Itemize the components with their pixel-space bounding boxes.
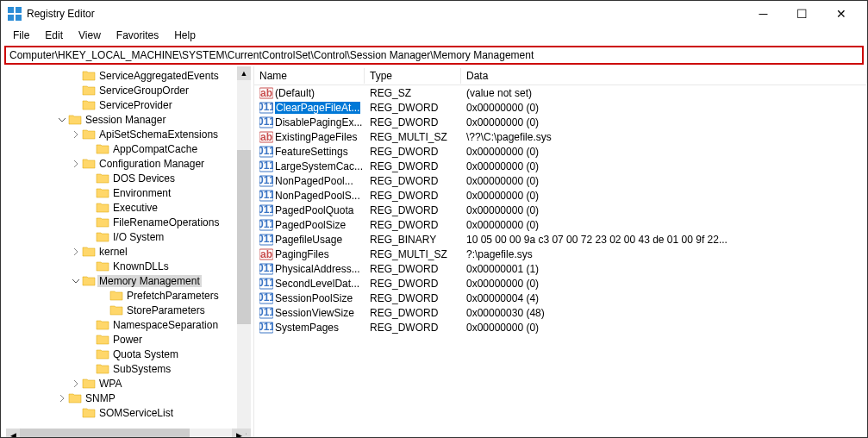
expander-icon[interactable]: [56, 392, 68, 404]
svg-text:011: 011: [259, 175, 273, 186]
folder-icon: [96, 172, 109, 185]
svg-text:011: 011: [259, 204, 273, 216]
tree-item-label: Session Manager: [84, 114, 167, 126]
tree-item[interactable]: Configuration Manager: [1, 156, 237, 171]
expander-icon[interactable]: [70, 275, 82, 287]
tree-item-label: StoreParameters: [125, 304, 207, 316]
tree-item[interactable]: SOMServiceList: [1, 405, 237, 420]
expander-icon[interactable]: [70, 378, 82, 390]
tree-item[interactable]: WPA: [1, 376, 237, 391]
registry-value-row[interactable]: 011SystemPagesREG_DWORD0x00000000 (0): [254, 320, 867, 335]
tree-item[interactable]: FileRenameOperations: [1, 215, 237, 229]
tree-item-label: ServiceAggregatedEvents: [97, 70, 221, 82]
folder-icon: [82, 157, 96, 171]
scroll-thumb[interactable]: [237, 150, 251, 324]
tree-item[interactable]: Power: [1, 332, 237, 347]
value-name-cell: 011PagedPoolSize: [254, 219, 365, 231]
value-name-cell: 011SecondLevelDat...: [254, 278, 365, 290]
binary-value-icon: 011: [259, 204, 273, 216]
folder-icon: [96, 142, 109, 156]
tree-item[interactable]: Executive: [1, 200, 237, 215]
scroll-track[interactable]: [237, 80, 251, 429]
tree[interactable]: ServiceAggregatedEventsServiceGroupOrder…: [1, 66, 237, 438]
tree-item[interactable]: ServiceGroupOrder: [1, 83, 237, 97]
maximize-button[interactable]: ☐: [783, 1, 821, 27]
tree-item[interactable]: ApiSetSchemaExtensions: [1, 127, 237, 141]
registry-value-row[interactable]: 011NonPagedPoolS...REG_DWORD0x00000000 (…: [254, 188, 867, 203]
column-data[interactable]: Data: [461, 68, 867, 84]
folder-icon: [96, 318, 109, 332]
registry-value-row[interactable]: 011NonPagedPool...REG_DWORD0x00000000 (0…: [254, 173, 867, 188]
tree-item[interactable]: AppCompatCache: [1, 141, 237, 156]
address-bar[interactable]: Computer\HKEY_LOCAL_MACHINE\SYSTEM\Curre…: [4, 46, 864, 65]
tree-item[interactable]: Environment: [1, 185, 237, 200]
minimize-button[interactable]: ─: [744, 1, 783, 27]
tree-item[interactable]: ServiceAggregatedEvents: [1, 68, 237, 83]
registry-value-row[interactable]: 011SessionPoolSizeREG_DWORD0x00000004 (4…: [254, 291, 867, 305]
tree-item[interactable]: kernel: [1, 244, 237, 259]
tree-vertical-scrollbar[interactable]: ▲ ▼: [237, 66, 251, 438]
menubar: File Edit View Favorites Help: [1, 27, 867, 44]
scroll-thumb[interactable]: [20, 429, 190, 438]
value-name: (Default): [275, 87, 315, 99]
tree-item[interactable]: ServiceProvider: [1, 97, 237, 112]
tree-item[interactable]: Memory Management: [1, 273, 237, 288]
expander-icon[interactable]: [70, 246, 82, 258]
tree-item[interactable]: DOS Devices: [1, 171, 237, 185]
value-name-cell: 011SessionViewSize: [254, 307, 365, 319]
expander-icon[interactable]: [70, 128, 82, 141]
registry-value-row[interactable]: 011PhysicalAddress...REG_DWORD0x00000001…: [254, 261, 867, 276]
menu-view[interactable]: View: [72, 28, 108, 43]
menu-edit[interactable]: Edit: [38, 28, 70, 43]
registry-value-row[interactable]: ab(Default)REG_SZ(value not set): [254, 85, 867, 100]
tree-item[interactable]: SNMP: [1, 391, 237, 405]
menu-file[interactable]: File: [6, 28, 36, 43]
svg-text:ab: ab: [260, 248, 272, 260]
tree-item-label: Quota System: [111, 348, 180, 360]
expander-icon[interactable]: [56, 114, 68, 126]
value-name-cell: abPagingFiles: [254, 248, 365, 260]
scroll-right-icon[interactable]: ▶: [232, 429, 246, 438]
close-button[interactable]: ✕: [821, 1, 860, 27]
tree-item[interactable]: KnownDLLs: [1, 259, 237, 273]
registry-value-row[interactable]: abExistingPageFilesREG_MULTI_SZ\??\C:\pa…: [254, 129, 867, 144]
registry-value-row[interactable]: 011DisablePagingEx...REG_DWORD0x00000000…: [254, 115, 867, 129]
column-name[interactable]: Name: [254, 68, 365, 84]
expander-spacer: [70, 99, 82, 111]
scroll-up-icon[interactable]: ▲: [237, 66, 251, 80]
tree-item[interactable]: SubSystems: [1, 361, 237, 376]
registry-value-row[interactable]: 011PagedPoolSizeREG_DWORD0x00000000 (0): [254, 217, 867, 232]
menu-help[interactable]: Help: [167, 28, 203, 43]
registry-value-row[interactable]: 011LargeSystemCac...REG_DWORD0x00000000 …: [254, 159, 867, 173]
registry-value-row[interactable]: 011ClearPageFileAt...REG_DWORD0x00000000…: [254, 100, 867, 115]
folder-icon: [96, 216, 109, 229]
tree-item[interactable]: NamespaceSeparation: [1, 317, 237, 332]
registry-value-row[interactable]: abPagingFilesREG_MULTI_SZ?:\pagefile.sys: [254, 247, 867, 261]
menu-favorites[interactable]: Favorites: [109, 28, 165, 43]
string-value-icon: ab: [259, 248, 273, 260]
tree-item-label: ApiSetSchemaExtensions: [97, 128, 220, 141]
registry-value-row[interactable]: 011PagedPoolQuotaREG_DWORD0x00000000 (0): [254, 203, 867, 217]
scroll-track[interactable]: [20, 429, 232, 438]
value-name-cell: 011LargeSystemCac...: [254, 160, 365, 172]
registry-value-row[interactable]: 011FeatureSettingsREG_DWORD0x00000000 (0…: [254, 144, 867, 159]
registry-value-row[interactable]: 011SessionViewSizeREG_DWORD0x00000030 (4…: [254, 305, 867, 320]
folder-icon: [96, 260, 109, 273]
tree-item[interactable]: Quota System: [1, 347, 237, 361]
tree-item[interactable]: I/O System: [1, 229, 237, 244]
tree-item[interactable]: Session Manager: [1, 112, 237, 127]
registry-value-row[interactable]: 011SecondLevelDat...REG_DWORD0x00000000 …: [254, 276, 867, 291]
value-name: PagingFiles: [275, 248, 329, 260]
list-body[interactable]: ab(Default)REG_SZ(value not set)011Clear…: [254, 85, 867, 335]
tree-item[interactable]: PrefetchParameters: [1, 288, 237, 303]
content-area: ServiceAggregatedEventsServiceGroupOrder…: [1, 66, 867, 438]
tree-item[interactable]: StoreParameters: [1, 303, 237, 317]
scroll-left-icon[interactable]: ◀: [6, 429, 20, 438]
expander-spacer: [70, 84, 82, 97]
tree-item-label: DOS Devices: [111, 172, 177, 185]
expander-icon[interactable]: [70, 158, 82, 170]
tree-horizontal-scrollbar[interactable]: ◀ ▶: [6, 429, 246, 438]
registry-value-row[interactable]: 011PagefileUsageREG_BINARY10 05 00 00 9a…: [254, 232, 867, 247]
value-data: 0x00000000 (0): [461, 278, 867, 290]
column-type[interactable]: Type: [365, 68, 461, 84]
